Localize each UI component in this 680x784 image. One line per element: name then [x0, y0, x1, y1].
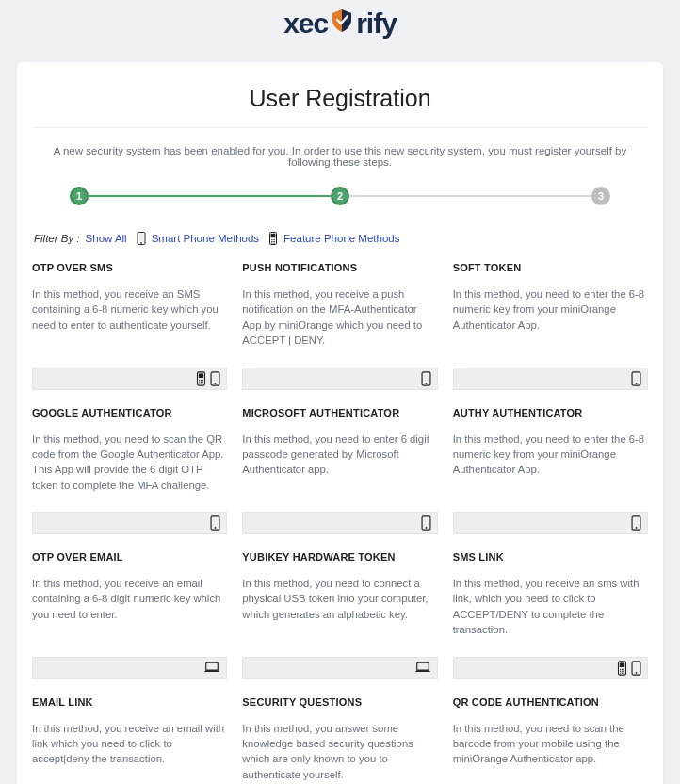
method-desc: In this method, you receive an sms with … — [453, 576, 648, 638]
svg-point-8 — [271, 241, 272, 242]
method-icons — [453, 368, 648, 390]
method-email-link[interactable]: EMAIL LINK In this method, you receive a… — [32, 696, 227, 783]
page-title: User Registration — [32, 85, 648, 128]
logo-text-left: xec — [283, 8, 328, 40]
method-security-questions[interactable]: SECURITY QUESTIONS In this method, you a… — [242, 696, 437, 783]
method-otp-over-email[interactable]: OTP OVER EMAIL In this method, you recei… — [32, 551, 227, 638]
laptop-icon — [414, 662, 431, 674]
method-sms-link[interactable]: SMS LINK In this method, you receive an … — [453, 551, 648, 638]
method-desc: In this method, you need to enter the 6-… — [453, 286, 648, 341]
method-icons — [32, 657, 227, 679]
svg-point-7 — [274, 239, 275, 240]
method-otp-over-sms[interactable]: OTP OVER SMS In this method, you receive… — [32, 262, 227, 349]
method-desc: In this method, you receive an email con… — [32, 576, 227, 630]
step-3: 3 — [591, 187, 610, 205]
smartphone-icon — [421, 515, 431, 531]
stepper: 1 2 3 — [32, 183, 648, 228]
svg-point-13 — [274, 242, 275, 243]
method-desc: In this method, you answer some knowledg… — [242, 721, 437, 783]
method-title: OTP OVER EMAIL — [32, 551, 227, 563]
smartphone-icon — [631, 371, 641, 386]
method-title: QR CODE AUTHENTICATION — [453, 696, 648, 708]
method-title: SOFT TOKEN — [453, 262, 648, 273]
feature-phone-icon — [268, 232, 278, 245]
method-icons — [453, 657, 648, 679]
feature-phone-icon — [196, 371, 206, 386]
smartphone-icon — [421, 371, 431, 386]
method-icons — [32, 512, 227, 534]
methods-grid: OTP OVER SMS In this method, you receive… — [32, 262, 648, 784]
method-title: AUTHY AUTHENTICATOR — [453, 407, 648, 418]
svg-point-9 — [272, 241, 273, 242]
logo: xec rify — [283, 8, 397, 40]
laptop-icon — [203, 662, 220, 674]
method-google-authenticator[interactable]: GOOGLE AUTHENTICATOR In this method, you… — [32, 407, 227, 494]
method-yubikey-hardware-token[interactable]: YUBIKEY HARDWARE TOKEN In this method, y… — [242, 551, 437, 638]
method-desc: In this method, you receive an SMS conta… — [32, 286, 227, 341]
method-title: SECURITY QUESTIONS — [242, 696, 437, 708]
method-push-notifications[interactable]: PUSH NOTIFICATIONS In this method, you r… — [242, 262, 437, 349]
method-desc: In this method, you receive a push notif… — [242, 286, 437, 349]
stepbar-2-3 — [349, 195, 591, 197]
method-soft-token[interactable]: SOFT TOKEN In this method, you need to e… — [453, 262, 648, 349]
logo-area: xec rify — [0, 0, 680, 62]
method-title: SMS LINK — [453, 551, 648, 563]
step-1: 1 — [70, 187, 89, 205]
method-desc: In this method, you need to connect a ph… — [242, 576, 437, 630]
filter-label: Filter By : — [34, 233, 80, 244]
smartphone-icon — [631, 661, 641, 676]
method-icons — [242, 368, 437, 390]
method-title: OTP OVER SMS — [32, 262, 227, 273]
method-qr-code-authentication[interactable]: QR CODE AUTHENTICATION In this method, y… — [453, 696, 648, 783]
filter-smart-phone[interactable]: Smart Phone Methods — [152, 233, 259, 244]
method-microsoft-authenticator[interactable]: MICROSOFT AUTHENTICATOR In this method, … — [242, 407, 437, 494]
smartphone-icon — [210, 515, 220, 531]
method-icons — [453, 512, 648, 534]
svg-rect-4 — [271, 234, 276, 238]
method-desc: In this method, you need to scan the bar… — [453, 721, 648, 776]
shield-icon — [331, 8, 353, 40]
method-title: PUSH NOTIFICATIONS — [242, 262, 437, 273]
step-2: 2 — [331, 187, 349, 205]
svg-point-12 — [272, 242, 273, 243]
method-icons — [32, 368, 227, 390]
smartphone-icon — [210, 371, 220, 386]
method-title: YUBIKEY HARDWARE TOKEN — [242, 551, 437, 563]
svg-point-2 — [140, 242, 142, 244]
method-title: GOOGLE AUTHENTICATOR — [32, 407, 227, 418]
method-desc: In this method, you need to scan the QR … — [32, 432, 227, 494]
method-title: EMAIL LINK — [32, 696, 227, 708]
smartphone-icon — [137, 232, 146, 245]
filter-show-all[interactable]: Show All — [86, 233, 127, 244]
svg-point-5 — [271, 239, 272, 240]
smartphone-icon — [631, 515, 641, 531]
method-authy-authenticator[interactable]: AUTHY AUTHENTICATOR In this method, you … — [453, 407, 648, 494]
logo-text-right: rify — [356, 8, 397, 40]
registration-panel: User Registration A new security system … — [17, 62, 663, 784]
instructions-text: A new security system has been enabled f… — [32, 128, 648, 183]
feature-phone-icon — [617, 661, 627, 676]
svg-point-6 — [272, 239, 273, 240]
method-icons — [242, 657, 437, 679]
method-desc: In this method, you need to enter the 6-… — [453, 432, 648, 486]
method-desc: In this method, you need to enter 6 digi… — [242, 432, 437, 486]
stepbar-1-2 — [89, 195, 331, 197]
svg-point-11 — [271, 242, 272, 243]
filter-bar: Filter By : Show All Smart Phone Methods… — [32, 228, 648, 262]
method-title: MICROSOFT AUTHENTICATOR — [242, 407, 437, 418]
method-icons — [242, 512, 437, 534]
svg-rect-1 — [138, 234, 143, 241]
svg-point-10 — [274, 241, 275, 242]
method-desc: In this method, you receive an email wit… — [32, 721, 227, 776]
filter-feature-phone[interactable]: Feature Phone Methods — [283, 233, 399, 244]
